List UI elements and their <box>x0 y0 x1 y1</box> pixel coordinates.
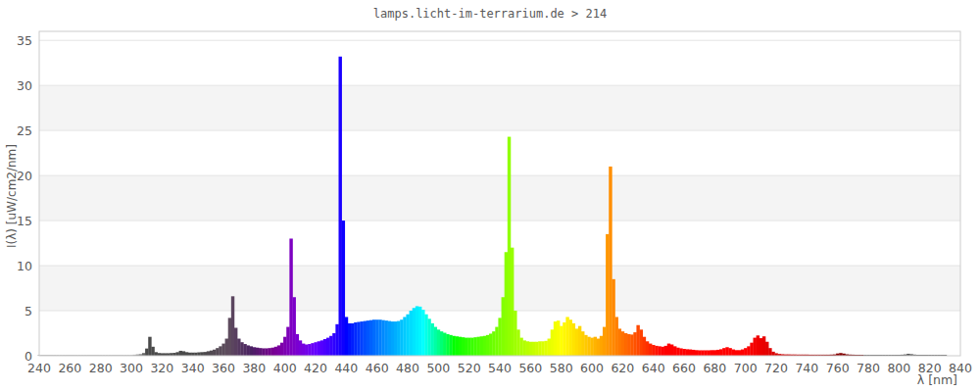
spectrum-bar <box>253 347 256 356</box>
x-tick-label: 440 <box>334 361 358 375</box>
spectrum-bar <box>473 337 476 356</box>
x-tick-label: 580 <box>550 361 573 375</box>
x-tick-label: 500 <box>426 361 450 375</box>
spectrum-bar <box>768 348 771 356</box>
spectrum-bar <box>757 335 760 356</box>
x-tick-label: 560 <box>518 361 542 375</box>
spectrum-bar <box>516 329 519 356</box>
x-tick-label: 660 <box>672 361 696 375</box>
spectrum-bar <box>179 351 182 356</box>
spectrum-bar <box>452 336 455 356</box>
spectrum-bar <box>606 234 609 356</box>
spectrum-bar <box>354 322 357 356</box>
spectrum-bar <box>413 308 416 356</box>
spectrum-bar <box>760 338 762 356</box>
spectrum-bar <box>207 351 210 356</box>
spectrum-bar <box>360 321 363 356</box>
spectrum-bar <box>633 332 636 356</box>
spectrum-bar <box>185 352 188 356</box>
spectrum-bar <box>335 324 338 356</box>
spectrum-bar <box>600 336 603 356</box>
spectrum-bar <box>581 331 584 356</box>
spectrum-bar <box>551 329 554 356</box>
spectrum-bar <box>655 346 658 356</box>
spectrum-bar <box>449 335 452 356</box>
spectrum-bar <box>427 318 430 356</box>
x-tick-label: 400 <box>273 361 297 375</box>
spectrum-bar <box>221 344 224 356</box>
spectrum-bar <box>182 351 185 356</box>
spectrum-bar <box>342 220 345 356</box>
spectrum-bar <box>247 345 250 356</box>
spectrum-bar <box>213 350 216 356</box>
x-tick-label: 620 <box>611 361 634 375</box>
spectrum-bar <box>148 337 151 356</box>
spectrum-bar <box>302 344 305 356</box>
spectrum-bar <box>318 341 320 356</box>
spectrum-bar <box>410 311 413 356</box>
spectrum-bar <box>440 331 443 356</box>
spectrum-bar <box>519 338 522 356</box>
spectrum-bar <box>465 338 467 356</box>
spectrum-bar <box>541 341 544 356</box>
spectrum-bar <box>421 310 424 356</box>
spectrum-bar <box>765 342 768 356</box>
spectrum-bar <box>754 338 757 356</box>
x-tick-label: 520 <box>458 361 481 375</box>
spectrum-bar <box>286 327 289 356</box>
spectrum-bar <box>467 338 470 356</box>
spectrum-bar <box>280 343 283 356</box>
spectrum-bar <box>667 344 670 356</box>
x-tick-label: 320 <box>150 361 173 375</box>
spectrum-bar <box>646 341 649 356</box>
spectrum-bar <box>385 320 388 356</box>
spectrum-bar <box>560 326 563 356</box>
spectrum-bar <box>572 323 575 356</box>
spectrum-bar <box>624 333 627 356</box>
spectrum-bar <box>716 350 719 356</box>
spectrum-bar <box>237 339 240 356</box>
spectrum-bar <box>277 345 280 356</box>
spectrum-bar <box>155 352 158 356</box>
spectrum-bar <box>314 342 317 356</box>
spectrum-bar <box>486 335 489 356</box>
spectrum-bar <box>400 319 403 356</box>
x-tick-label: 680 <box>703 361 726 375</box>
spectrum-bar <box>741 350 744 356</box>
spectrum-bar <box>578 326 581 356</box>
x-tick-label: 600 <box>580 361 604 375</box>
spectrum-bar <box>175 352 178 356</box>
spectrum-bar <box>652 345 655 356</box>
spectrum-bar <box>397 321 400 356</box>
spectrum-bar <box>332 333 335 356</box>
x-tick-label: 240 <box>27 361 51 375</box>
spectrum-bar <box>704 350 707 356</box>
spectrum-bar <box>388 321 391 356</box>
spectrum-bar <box>296 334 299 356</box>
spectrum-bar <box>538 341 541 356</box>
spectrum-bar <box>308 344 311 356</box>
spectrum-bar <box>584 335 587 356</box>
spectrum-bar <box>231 296 234 356</box>
spectrum-bar <box>618 328 621 356</box>
spectrum-bar <box>747 346 750 356</box>
spectrum-bar <box>649 344 652 356</box>
spectrum-bar <box>394 321 397 356</box>
spectrum-bar <box>676 348 679 356</box>
spectrum-bar <box>698 350 701 356</box>
spectrum-bar <box>658 346 661 356</box>
x-tick-label: 780 <box>857 361 880 375</box>
x-tick-label: 740 <box>795 361 818 375</box>
y-tick-label: 15 <box>17 214 32 228</box>
spectrum-bar <box>201 352 204 356</box>
spectrum-bar <box>597 339 600 356</box>
spectrum-bar <box>326 338 329 356</box>
spectrum-bar <box>228 318 231 356</box>
spectrum-bar <box>289 238 292 356</box>
spectrum-bar <box>271 348 274 356</box>
spectrum-bar <box>508 137 511 356</box>
spectrum-bar <box>708 350 710 356</box>
spectrum-bar <box>351 323 354 356</box>
spectrum-bar <box>529 342 532 356</box>
spectrum-bar <box>762 336 765 356</box>
